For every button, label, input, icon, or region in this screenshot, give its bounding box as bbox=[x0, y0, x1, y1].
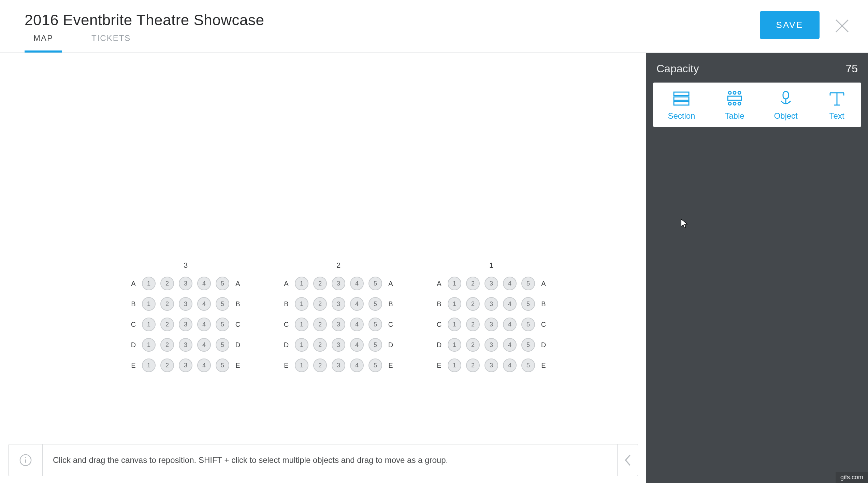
seat[interactable]: 4 bbox=[197, 277, 211, 290]
seat[interactable]: 2 bbox=[466, 358, 480, 372]
seat[interactable]: 3 bbox=[484, 358, 498, 372]
seat[interactable]: 1 bbox=[295, 358, 308, 372]
seat[interactable]: 1 bbox=[448, 318, 461, 331]
close-button[interactable] bbox=[833, 17, 851, 35]
seat[interactable]: 2 bbox=[313, 297, 327, 311]
seat[interactable]: 3 bbox=[179, 277, 192, 290]
seat[interactable]: 4 bbox=[350, 358, 364, 372]
svg-rect-5 bbox=[674, 92, 689, 96]
seat[interactable]: 3 bbox=[332, 358, 345, 372]
seat[interactable]: 3 bbox=[332, 297, 345, 311]
seat[interactable]: 2 bbox=[160, 297, 174, 311]
tool-table-label: Table bbox=[725, 111, 744, 121]
seat-row: E12345E bbox=[283, 358, 394, 372]
seat[interactable]: 4 bbox=[350, 297, 364, 311]
seat[interactable]: 5 bbox=[216, 277, 229, 290]
header: 2016 Eventbrite Theatre Showcase MAP TIC… bbox=[0, 0, 868, 53]
seat[interactable]: 2 bbox=[313, 338, 327, 352]
seat[interactable]: 2 bbox=[160, 358, 174, 372]
svg-rect-7 bbox=[674, 102, 689, 105]
seat[interactable]: 1 bbox=[295, 338, 308, 352]
text-icon bbox=[827, 90, 847, 106]
seat[interactable]: 5 bbox=[368, 358, 382, 372]
seat[interactable]: 5 bbox=[368, 277, 382, 290]
seat[interactable]: 3 bbox=[484, 297, 498, 311]
seat[interactable]: 3 bbox=[179, 297, 192, 311]
seat[interactable]: 5 bbox=[521, 318, 535, 331]
seat[interactable]: 5 bbox=[368, 338, 382, 352]
seat[interactable]: 2 bbox=[160, 277, 174, 290]
seat[interactable]: 5 bbox=[216, 297, 229, 311]
seat[interactable]: 4 bbox=[197, 358, 211, 372]
tool-text[interactable]: Text bbox=[823, 90, 851, 121]
seat[interactable]: 5 bbox=[216, 338, 229, 352]
seat[interactable]: 5 bbox=[216, 358, 229, 372]
seat[interactable]: 5 bbox=[521, 297, 535, 311]
seat[interactable]: 4 bbox=[350, 277, 364, 290]
seat-map-canvas[interactable]: 3A12345AB12345BC12345CD12345DE12345E2A12… bbox=[0, 53, 646, 483]
seat[interactable]: 4 bbox=[197, 297, 211, 311]
seat[interactable]: 3 bbox=[484, 277, 498, 290]
seat[interactable]: 4 bbox=[503, 297, 517, 311]
seat[interactable]: 5 bbox=[368, 297, 382, 311]
seat[interactable]: 5 bbox=[521, 338, 535, 352]
seat[interactable]: 4 bbox=[350, 318, 364, 331]
tool-object[interactable]: Object bbox=[769, 90, 802, 121]
seat[interactable]: 3 bbox=[484, 338, 498, 352]
seat[interactable]: 5 bbox=[521, 358, 535, 372]
seat-row: D12345D bbox=[435, 338, 547, 352]
seat[interactable]: 2 bbox=[160, 338, 174, 352]
seat-section[interactable]: 2A12345AB12345BC12345CD12345DE12345E bbox=[283, 261, 394, 372]
seat[interactable]: 2 bbox=[466, 277, 480, 290]
seat[interactable]: 4 bbox=[503, 358, 517, 372]
save-button[interactable]: SAVE bbox=[760, 11, 820, 39]
seat[interactable]: 2 bbox=[313, 318, 327, 331]
seat[interactable]: 1 bbox=[448, 338, 461, 352]
seat[interactable]: 1 bbox=[448, 277, 461, 290]
seat[interactable]: 4 bbox=[503, 338, 517, 352]
seat-section[interactable]: 3A12345AB12345BC12345CD12345DE12345E bbox=[130, 261, 242, 372]
seat-section[interactable]: 1A12345AB12345BC12345CD12345DE12345E bbox=[435, 261, 547, 372]
seat[interactable]: 2 bbox=[466, 318, 480, 331]
seat[interactable]: 3 bbox=[332, 318, 345, 331]
seat[interactable]: 5 bbox=[368, 318, 382, 331]
seat[interactable]: 5 bbox=[216, 318, 229, 331]
seat[interactable]: 1 bbox=[295, 277, 308, 290]
tool-section[interactable]: Section bbox=[663, 90, 700, 121]
seat[interactable]: 2 bbox=[466, 338, 480, 352]
seat[interactable]: 4 bbox=[197, 318, 211, 331]
tab-map[interactable]: MAP bbox=[25, 27, 62, 53]
tabs: MAP TICKETS bbox=[25, 27, 140, 53]
seat[interactable]: 2 bbox=[160, 318, 174, 331]
seat[interactable]: 3 bbox=[179, 338, 192, 352]
seat[interactable]: 2 bbox=[466, 297, 480, 311]
seat[interactable]: 1 bbox=[142, 338, 156, 352]
seat[interactable]: 1 bbox=[142, 318, 156, 331]
seat[interactable]: 1 bbox=[448, 358, 461, 372]
seat[interactable]: 4 bbox=[503, 318, 517, 331]
seat[interactable]: 1 bbox=[142, 297, 156, 311]
seat[interactable]: 1 bbox=[142, 358, 156, 372]
capacity-value: 75 bbox=[845, 62, 858, 75]
seat[interactable]: 2 bbox=[313, 277, 327, 290]
tool-table[interactable]: Table bbox=[720, 90, 749, 121]
seat[interactable]: 3 bbox=[332, 338, 345, 352]
seat[interactable]: 2 bbox=[313, 358, 327, 372]
seat[interactable]: 4 bbox=[503, 277, 517, 290]
row-label-left: B bbox=[130, 300, 137, 308]
tab-tickets[interactable]: TICKETS bbox=[83, 27, 140, 53]
seat[interactable]: 3 bbox=[179, 358, 192, 372]
seat[interactable]: 4 bbox=[350, 338, 364, 352]
seat[interactable]: 3 bbox=[484, 318, 498, 331]
seat[interactable]: 1 bbox=[448, 297, 461, 311]
seat[interactable]: 3 bbox=[332, 277, 345, 290]
seat[interactable]: 1 bbox=[142, 277, 156, 290]
hint-collapse-button[interactable] bbox=[617, 444, 638, 476]
seat[interactable]: 5 bbox=[521, 277, 535, 290]
seat[interactable]: 1 bbox=[295, 297, 308, 311]
row-label-left: E bbox=[435, 362, 443, 369]
row-label-right: A bbox=[387, 280, 394, 288]
seat[interactable]: 4 bbox=[197, 338, 211, 352]
seat[interactable]: 3 bbox=[179, 318, 192, 331]
seat[interactable]: 1 bbox=[295, 318, 308, 331]
